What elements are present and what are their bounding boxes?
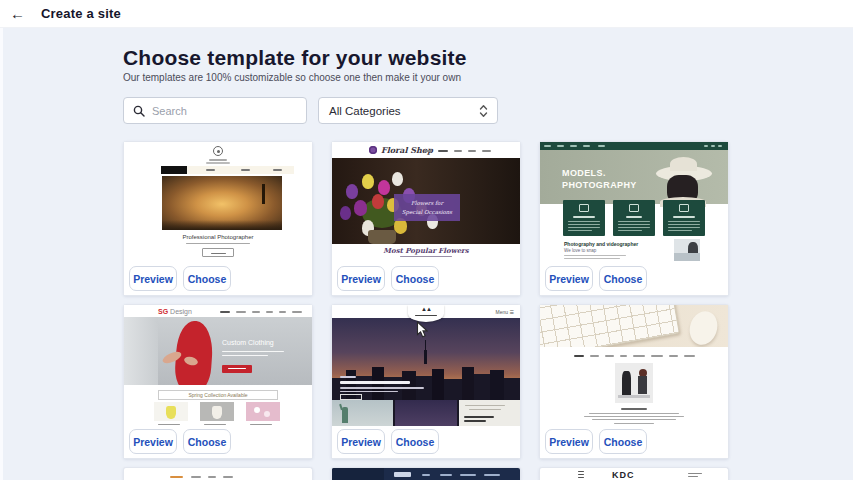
mountain-icon: ▲▲: [408, 305, 444, 313]
template-card-business[interactable]: Preview Choose: [539, 304, 729, 459]
section-heading: Choose template for your website: [123, 46, 467, 70]
category-select[interactable]: All Categories: [318, 97, 498, 124]
text-line: [400, 256, 452, 257]
text-line: [668, 227, 700, 228]
template-card-sg-design[interactable]: SG Design Custom Clothing Spring Collect…: [123, 304, 313, 459]
choose-button[interactable]: Choose: [183, 429, 231, 454]
hero-title: Custom Clothing: [222, 339, 274, 346]
text-line: [668, 224, 700, 225]
text-line: [204, 424, 226, 425]
hero-overlay-box: Flowers for Special Occasions: [394, 194, 460, 221]
choose-button[interactable]: Choose: [391, 429, 439, 454]
template-card-floral-shop[interactable]: Floral Shop: [331, 141, 521, 296]
mini-nav-item: [605, 355, 614, 357]
building: [432, 369, 444, 400]
search-icon: [133, 105, 145, 117]
building: [402, 371, 416, 400]
preview-button[interactable]: Preview: [337, 429, 385, 454]
mini-nav-item: [669, 355, 678, 357]
text-line: [618, 227, 650, 228]
text-line: [573, 216, 595, 218]
tower-spire: [424, 350, 427, 364]
choose-button[interactable]: Choose: [391, 266, 439, 291]
text-line: [250, 424, 272, 425]
thumb-sketch: [459, 400, 520, 426]
mini-section-title: Most Popular Flowers: [332, 246, 520, 255]
text-line: [158, 424, 180, 425]
text-line: [415, 315, 437, 316]
back-arrow-icon[interactable]: ←: [10, 6, 25, 21]
mini-nav-item: [252, 311, 260, 313]
mini-nav-item: [651, 355, 663, 357]
mountain-logo-badge: ▲▲: [408, 305, 444, 322]
preview-button[interactable]: Preview: [129, 266, 177, 291]
card-actions: Preview Choose: [540, 426, 728, 458]
dress-shape: [212, 406, 222, 419]
mini-brand-rest: Design: [168, 308, 192, 315]
text-line: [584, 416, 684, 417]
topbar: ← Create a site: [0, 0, 853, 28]
menu-label: Menu ☰: [496, 309, 514, 315]
preview-button[interactable]: Preview: [545, 429, 593, 454]
mini-nav-item: [544, 145, 551, 147]
template-thumbnail-sg-design: SG Design Custom Clothing Spring Collect…: [124, 305, 312, 426]
mini-nav-item: [633, 355, 645, 357]
text-line: [186, 243, 250, 244]
text-line: [626, 216, 642, 218]
mini-nav-item: [684, 355, 695, 357]
mini-nav-item: [208, 476, 216, 478]
text-line: [668, 221, 700, 222]
camera-icon: [679, 204, 689, 212]
template-card-models-photography[interactable]: MODELS. PHOTOGRAPHY: [539, 141, 729, 296]
template-card-city-travel[interactable]: ▲▲ Menu ☰: [331, 304, 521, 459]
choose-button[interactable]: Choose: [599, 429, 647, 454]
mini-article-title: Photography and videographer: [564, 241, 638, 247]
template-card-photographer[interactable]: Professional Photographer Preview Choose: [123, 141, 313, 296]
text-line: [668, 230, 692, 231]
search-box[interactable]: [123, 97, 307, 124]
template-thumbnail-models: MODELS. PHOTOGRAPHY: [540, 142, 728, 263]
page-title: Create a site: [41, 6, 121, 21]
preview-button[interactable]: Preview: [129, 429, 177, 454]
mini-nav-item: [241, 169, 250, 171]
tulip: [372, 194, 384, 209]
mini-nav-item: [191, 476, 201, 478]
mini-nav-item: [598, 145, 605, 147]
text-line: [564, 258, 620, 259]
template-card-partial-1[interactable]: [123, 467, 313, 480]
preview-button[interactable]: Preview: [337, 266, 385, 291]
mini-nav-item: [620, 355, 627, 357]
choose-button[interactable]: Choose: [183, 266, 231, 291]
search-input[interactable]: [152, 105, 292, 117]
mini-nav-item: [454, 150, 462, 152]
choose-button[interactable]: Choose: [599, 266, 647, 291]
mini-nav-item: [292, 311, 302, 313]
mini-navbar: [161, 166, 294, 174]
mini-article-subtitle: We love to snap: [564, 248, 596, 253]
text-line: [340, 391, 398, 393]
mini-button: [202, 248, 234, 257]
text-line: [568, 221, 600, 222]
product-thumb-floral: [246, 402, 280, 421]
text-line: [206, 162, 230, 164]
text-line: [618, 221, 650, 222]
text-line: [688, 476, 698, 477]
template-card-partial-3[interactable]: KDC: [539, 467, 729, 480]
category-select-value: All Categories: [329, 105, 479, 117]
antenna: [425, 340, 426, 352]
mini-nav-item: [438, 150, 448, 152]
template-thumbnail-city: ▲▲ Menu ☰: [332, 305, 520, 426]
tulip: [362, 174, 374, 189]
text-line: [618, 230, 642, 231]
mini-nav-item: [574, 355, 584, 357]
text-line: [592, 419, 676, 420]
sketch-line: [465, 405, 505, 406]
text-line: [568, 227, 600, 228]
template-card-partial-2[interactable]: [331, 467, 521, 480]
hero-photo-tulips: Flowers for Special Occasions: [332, 158, 520, 244]
preview-button[interactable]: Preview: [545, 266, 593, 291]
floral-dot: [264, 411, 270, 417]
tulip: [354, 200, 367, 216]
text-line: [688, 473, 702, 474]
building: [372, 367, 384, 400]
